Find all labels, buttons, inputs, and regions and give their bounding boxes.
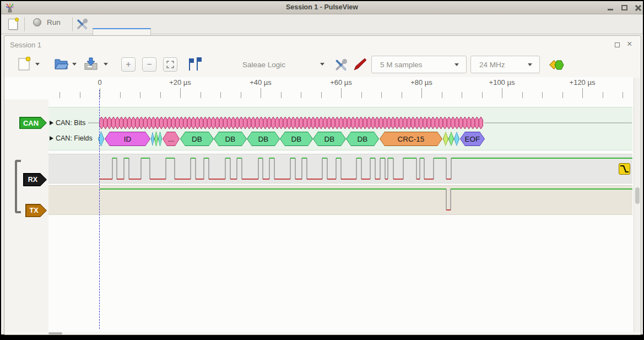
ruler-label: 0 [98, 78, 101, 87]
zoom-out-button[interactable]: − [142, 57, 156, 72]
ruler-tick [241, 92, 241, 98]
field-annotation: CRC-15 [380, 132, 442, 146]
close-icon[interactable] [635, 4, 641, 11]
ruler-label: +80 µs [410, 78, 432, 87]
ruler-tick [180, 88, 181, 98]
time-cursor[interactable] [99, 90, 100, 329]
ruler-tick [603, 92, 603, 98]
ruler-label: +20 µs [169, 78, 191, 87]
main-toolbar: Run Session 1 × [1, 14, 643, 34]
row-label-can-fields: CAN: Fields [56, 134, 93, 142]
ruler-label: +100 µs [489, 78, 515, 87]
ruler-tick [321, 92, 322, 98]
ruler-tick [220, 92, 221, 98]
ruler-tick [462, 92, 462, 98]
run-button[interactable]: Run [33, 18, 61, 26]
open-dropdown-icon[interactable] [72, 63, 77, 66]
device-select[interactable]: Saleae Logic [242, 56, 285, 73]
vertical-scrollbar[interactable] [634, 78, 641, 332]
probe-icon[interactable] [353, 57, 367, 72]
field-annotation-label: ... [163, 132, 179, 145]
ruler-tick [160, 92, 161, 98]
zoom-out-icon: − [147, 60, 151, 69]
open-folder-icon[interactable] [54, 57, 68, 71]
zoom-fit-button[interactable] [163, 57, 177, 72]
device-select-value: Saleae Logic [242, 61, 285, 69]
ruler-tick [482, 92, 483, 98]
session-window-title: Session 1 [10, 41, 41, 49]
ruler-tick [522, 92, 523, 98]
ruler-tick [402, 92, 402, 98]
zoom-fit-icon [166, 60, 175, 69]
ruler-tick [120, 92, 121, 98]
field-annotation-label: DB [214, 132, 246, 145]
ruler-tick [140, 92, 140, 98]
sample-rate-dropdown-icon [528, 63, 532, 66]
field-annotation-label: DB [313, 132, 345, 145]
field-annotation: DB [180, 132, 214, 146]
horizontal-scrollbar-thumb[interactable] [48, 332, 62, 334]
vertical-scrollbar-thumb[interactable] [635, 187, 640, 204]
sample-count-dropdown-icon [454, 63, 459, 66]
field-annotation-label: ID [105, 132, 150, 145]
toolbar-separator [72, 17, 73, 31]
sample-count-value: 5 M samples [380, 61, 423, 69]
maximize-icon[interactable] [621, 5, 627, 10]
expand-arrow-icon[interactable] [50, 121, 53, 125]
zoom-in-button[interactable]: + [121, 57, 136, 72]
session-close-icon[interactable]: × [627, 39, 632, 49]
field-annotation-label: DB [280, 132, 312, 145]
ruler-tick [59, 92, 60, 98]
toolbar-separator [24, 17, 25, 31]
add-decoder-icon[interactable] [549, 59, 565, 71]
field-annotation-label: DB [347, 132, 378, 145]
decoder-tag-label: CAN [20, 118, 46, 128]
ruler-tick [301, 92, 301, 98]
expand-arrow-icon[interactable] [50, 136, 53, 141]
field-annotation-label: DB [247, 132, 279, 145]
device-dropdown-icon[interactable] [320, 63, 324, 66]
run-icon [33, 18, 41, 26]
ruler-tick [100, 88, 100, 98]
ruler-tick [341, 88, 342, 98]
new-session-icon [8, 19, 18, 30]
ruler-tick [442, 92, 442, 98]
ruler-label: +120 µs [570, 78, 596, 87]
new-file-icon[interactable] [18, 57, 31, 71]
settings-icon[interactable] [75, 18, 89, 31]
sample-rate-select[interactable]: 24 MHz [470, 56, 540, 73]
ruler-tick [201, 92, 201, 98]
ruler-tick [542, 92, 543, 98]
run-label: Run [47, 18, 61, 26]
trigger-badge[interactable] [619, 163, 630, 175]
zoom-in-icon: + [126, 60, 131, 69]
ruler-tick [361, 92, 362, 98]
ruler-tick [80, 92, 80, 98]
save-icon[interactable] [84, 57, 98, 71]
field-annotation: DB [346, 132, 379, 146]
row-label-can-bits: CAN: Bits [56, 119, 85, 127]
minimize-icon[interactable] [608, 9, 613, 10]
save-dropdown-icon[interactable] [104, 63, 108, 66]
title-bar[interactable]: Session 1 - PulseView [1, 1, 643, 14]
field-annotation: EOF [460, 132, 485, 146]
field-annotation: DB [280, 132, 313, 146]
ruler-tick [281, 92, 282, 98]
rx-trace-band [48, 154, 632, 184]
channel-group-bracket [15, 160, 21, 213]
falling-edge-icon [619, 164, 630, 174]
ruler-tick [502, 88, 502, 98]
ruler-tick [381, 92, 382, 98]
float-window-icon[interactable] [615, 42, 620, 47]
field-annotation: DB [247, 132, 280, 146]
field-annotation-label: CRC-15 [380, 132, 442, 145]
new-file-dropdown-icon[interactable] [35, 63, 40, 66]
channels-wrench-icon[interactable] [334, 58, 348, 72]
ruler-tick [421, 88, 422, 98]
field-annotation-label: EOF [461, 132, 484, 145]
field-annotation: ID [105, 132, 150, 146]
new-session-button[interactable] [8, 19, 18, 30]
sample-count-select[interactable]: 5 M samples [371, 56, 467, 73]
cursors-flags-icon[interactable] [187, 57, 203, 72]
window-title: Session 1 - PulseView [1, 3, 643, 11]
